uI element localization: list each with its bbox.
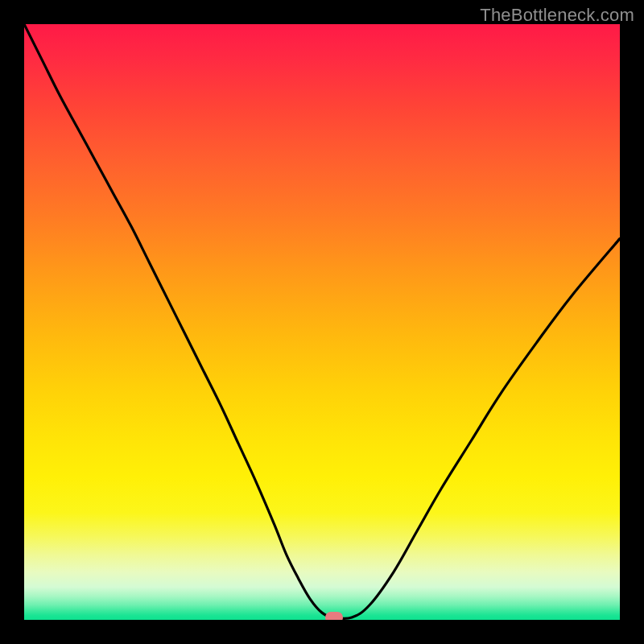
bottleneck-curve-path — [24, 24, 620, 619]
watermark-text: TheBottleneck.com — [480, 5, 634, 26]
plot-area — [24, 24, 620, 620]
optimum-marker — [325, 612, 343, 620]
chart-frame: TheBottleneck.com — [0, 0, 644, 644]
curve-svg — [24, 24, 620, 620]
